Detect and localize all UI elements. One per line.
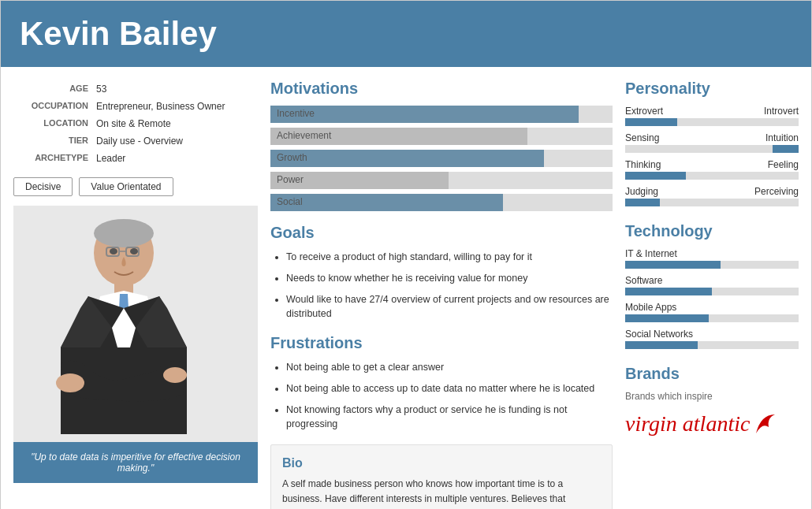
motivation-bar-outer: Social bbox=[270, 194, 613, 211]
technology-label: Social Networks bbox=[625, 329, 799, 340]
age-value: 53 bbox=[93, 81, 256, 97]
archetype-label: ARCHETYPE bbox=[15, 150, 91, 166]
virgin-atlantic-logo: virgin atlantic bbox=[625, 411, 799, 437]
tier-label: TIER bbox=[15, 133, 91, 149]
personality-labels: Sensing Intuition bbox=[625, 132, 799, 143]
motivation-bar-item: Social bbox=[270, 194, 613, 211]
personality-bar-outer bbox=[625, 199, 799, 206]
goals-list-item: To receive a product of high standard, w… bbox=[286, 250, 613, 265]
personality-right-label: Intuition bbox=[765, 132, 799, 143]
svg-point-6 bbox=[130, 248, 138, 254]
personality-section: Personality Extrovert Introvert Sensing … bbox=[625, 80, 799, 206]
motivation-bar-outer: Growth bbox=[270, 150, 613, 167]
technology-bar-fill bbox=[625, 314, 709, 322]
profile-name: Kevin Bailey bbox=[20, 15, 792, 53]
motivation-label: Growth bbox=[277, 152, 307, 163]
frustrations-list: Not being able to get a clear answerNot … bbox=[270, 360, 613, 432]
bio-text: A self made business person who knows ho… bbox=[282, 477, 601, 509]
motivation-bar-fill bbox=[270, 194, 503, 211]
personality-row: Sensing Intuition bbox=[625, 132, 799, 153]
personality-rows: Extrovert Introvert Sensing Intuition Th… bbox=[625, 106, 799, 206]
middle-column: Motivations Incentive Achievement Growth… bbox=[270, 80, 613, 509]
personality-right-label: Perceiving bbox=[754, 186, 799, 197]
bio-box: Bio A self made business person who know… bbox=[270, 444, 613, 509]
personality-right-label: Introvert bbox=[764, 106, 799, 117]
motivation-bar-outer: Power bbox=[270, 172, 613, 189]
personality-bar-outer bbox=[625, 172, 799, 180]
virgin-atlantic-text: virgin atlantic bbox=[625, 411, 750, 437]
personality-title: Personality bbox=[625, 80, 799, 98]
technology-label: Mobile Apps bbox=[625, 302, 799, 313]
occupation-value: Entrepreneur, Business Owner bbox=[93, 98, 256, 114]
technology-bar-outer bbox=[625, 288, 799, 295]
motivations-bars: Incentive Achievement Growth Power Socia… bbox=[270, 106, 613, 211]
technology-label: Software bbox=[625, 275, 799, 286]
goals-list-item: Would like to have 27/4 overview of curr… bbox=[286, 292, 613, 322]
quote-text: "Up to date data is imperitive for effec… bbox=[31, 451, 240, 474]
frustrations-list-item: Not being able to get a clear answer bbox=[286, 360, 613, 375]
motivation-label: Power bbox=[277, 174, 304, 185]
personality-row: Extrovert Introvert bbox=[625, 106, 799, 126]
personality-bar-fill bbox=[773, 145, 799, 153]
technology-section: Technology IT & Internet Software Mobile… bbox=[625, 222, 799, 349]
person-silhouette-svg bbox=[13, 206, 234, 434]
personality-bar-outer bbox=[625, 118, 799, 126]
personality-left-label: Judging bbox=[625, 186, 658, 197]
frustrations-title: Frustrations bbox=[270, 334, 613, 352]
main-content: AGE 53 OCCUPATION Entrepreneur, Business… bbox=[1, 67, 811, 509]
personality-bar-outer bbox=[625, 145, 799, 153]
goals-list: To receive a product of high standard, w… bbox=[270, 250, 613, 321]
quote-box: "Up to date data is imperitive for effec… bbox=[13, 442, 258, 483]
personality-bar-fill bbox=[625, 172, 686, 180]
tier-value: Daily use - Overview bbox=[93, 133, 256, 149]
motivation-label: Social bbox=[277, 196, 303, 207]
technology-item: Mobile Apps bbox=[625, 302, 799, 322]
personality-labels: Judging Perceiving bbox=[625, 186, 799, 197]
frustrations-section: Frustrations Not being able to get a cle… bbox=[270, 334, 613, 432]
person-image bbox=[13, 206, 258, 442]
personality-labels: Extrovert Introvert bbox=[625, 106, 799, 117]
personality-bar-fill bbox=[625, 118, 677, 126]
technology-bar-outer bbox=[625, 341, 799, 349]
personality-right-label: Feeling bbox=[768, 159, 799, 170]
location-label: LOCATION bbox=[15, 116, 91, 132]
left-column: AGE 53 OCCUPATION Entrepreneur, Business… bbox=[13, 80, 258, 509]
occupation-label: OCCUPATION bbox=[15, 98, 91, 114]
svg-point-5 bbox=[110, 248, 117, 254]
personality-row: Thinking Feeling bbox=[625, 159, 799, 180]
motivation-bar-item: Power bbox=[270, 172, 613, 189]
header: Kevin Bailey bbox=[1, 1, 811, 67]
age-label: AGE bbox=[15, 81, 91, 97]
brands-section: Brands Brands which inspire virgin atlan… bbox=[625, 365, 799, 437]
goals-section: Goals To receive a product of high stand… bbox=[270, 224, 613, 321]
value-orientated-tag[interactable]: Value Orientated bbox=[79, 177, 173, 196]
virgin-swoosh-icon bbox=[753, 411, 778, 437]
motivation-bar-fill bbox=[270, 150, 544, 167]
brands-title: Brands bbox=[625, 365, 799, 383]
motivation-label: Incentive bbox=[277, 108, 315, 119]
decisive-tag[interactable]: Decisive bbox=[13, 177, 73, 196]
motivation-bar-item: Achievement bbox=[270, 128, 613, 145]
technology-items: IT & Internet Software Mobile Apps Socia… bbox=[625, 248, 799, 349]
motivation-label: Achievement bbox=[277, 130, 331, 141]
technology-bar-outer bbox=[625, 261, 799, 269]
motivations-section: Motivations Incentive Achievement Growth… bbox=[270, 80, 613, 211]
archetype-value: Leader bbox=[93, 150, 256, 166]
tag-buttons-container: Decisive Value Orientated bbox=[13, 177, 258, 196]
technology-bar-fill bbox=[625, 341, 698, 349]
location-value: On site & Remote bbox=[93, 116, 256, 132]
technology-bar-outer bbox=[625, 314, 799, 322]
right-column: Personality Extrovert Introvert Sensing … bbox=[625, 80, 799, 509]
frustrations-list-item: Not being able to access up to date data… bbox=[286, 381, 613, 396]
bio-title: Bio bbox=[282, 456, 601, 470]
svg-point-1 bbox=[94, 219, 154, 247]
personality-left-label: Sensing bbox=[625, 132, 659, 143]
personality-left-label: Extrovert bbox=[625, 106, 663, 117]
personality-row: Judging Perceiving bbox=[625, 186, 799, 206]
svg-point-3 bbox=[56, 373, 84, 392]
technology-item: IT & Internet bbox=[625, 248, 799, 269]
technology-title: Technology bbox=[625, 222, 799, 240]
motivation-bar-outer: Incentive bbox=[270, 106, 613, 123]
page-container: Kevin Bailey AGE 53 OCCUPATION Entrepren… bbox=[0, 0, 812, 509]
personality-left-label: Thinking bbox=[625, 159, 661, 170]
